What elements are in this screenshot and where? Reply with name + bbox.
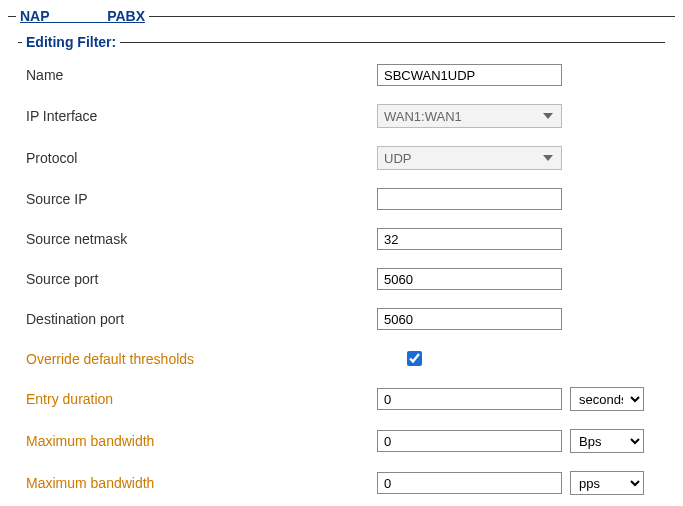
label-destination-port: Destination port xyxy=(22,311,377,327)
row-destination-port: Destination port xyxy=(22,308,661,330)
max-bandwidth-bps-unit[interactable]: Bps xyxy=(570,429,644,453)
entry-duration-input[interactable] xyxy=(377,388,562,410)
row-override: Override default thresholds xyxy=(22,348,661,369)
label-source-netmask: Source netmask xyxy=(22,231,377,247)
editing-filter-legend: Editing Filter: xyxy=(22,34,120,50)
label-source-ip: Source IP xyxy=(22,191,377,207)
max-bandwidth-bps-input[interactable] xyxy=(377,430,562,452)
label-ip-interface: IP Interface xyxy=(22,108,377,124)
row-source-netmask: Source netmask xyxy=(22,228,661,250)
source-netmask-input[interactable] xyxy=(377,228,562,250)
label-override: Override default thresholds xyxy=(22,351,377,367)
protocol-select[interactable]: UDP xyxy=(377,146,562,170)
row-max-bandwidth-pps: Maximum bandwidth pps xyxy=(22,471,661,495)
row-source-ip: Source IP xyxy=(22,188,661,210)
nap-group: NAP_ _PABX Editing Filter: Name IP Inter… xyxy=(8,8,675,506)
row-ip-interface: IP Interface WAN1:WAN1 xyxy=(22,104,661,128)
row-source-port: Source port xyxy=(22,268,661,290)
nap-legend: NAP_ _PABX xyxy=(16,8,149,24)
label-entry-duration: Entry duration xyxy=(22,391,377,407)
row-protocol: Protocol UDP xyxy=(22,146,661,170)
label-name: Name xyxy=(22,67,377,83)
label-source-port: Source port xyxy=(22,271,377,287)
source-ip-input[interactable] xyxy=(377,188,562,210)
row-name: Name xyxy=(22,64,661,86)
label-max-bandwidth-pps: Maximum bandwidth xyxy=(22,475,377,491)
row-entry-duration: Entry duration seconds xyxy=(22,387,661,411)
source-port-input[interactable] xyxy=(377,268,562,290)
name-input[interactable] xyxy=(377,64,562,86)
label-protocol: Protocol xyxy=(22,150,377,166)
editing-filter-group: Editing Filter: Name IP Interface WAN1:W… xyxy=(18,34,665,506)
destination-port-input[interactable] xyxy=(377,308,562,330)
override-checkbox[interactable] xyxy=(407,351,422,366)
label-max-bandwidth-bps: Maximum bandwidth xyxy=(22,433,377,449)
max-bandwidth-pps-input[interactable] xyxy=(377,472,562,494)
row-max-bandwidth-bps: Maximum bandwidth Bps xyxy=(22,429,661,453)
entry-duration-unit[interactable]: seconds xyxy=(570,387,644,411)
max-bandwidth-pps-unit[interactable]: pps xyxy=(570,471,644,495)
ip-interface-select[interactable]: WAN1:WAN1 xyxy=(377,104,562,128)
